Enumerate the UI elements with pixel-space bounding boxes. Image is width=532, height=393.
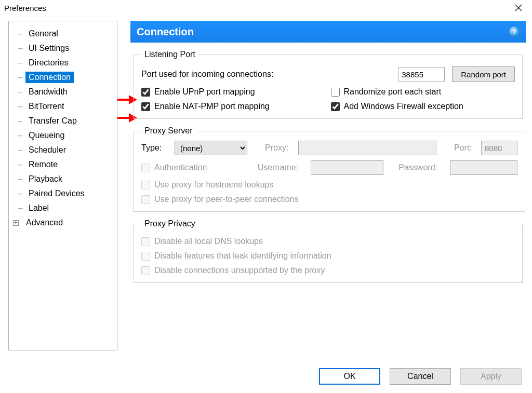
titlebar: Preferences bbox=[0, 0, 532, 16]
firewall-checkbox[interactable] bbox=[331, 102, 340, 111]
proxy-username-label: Username: bbox=[249, 163, 298, 172]
ok-button[interactable]: OK bbox=[319, 368, 380, 385]
privacy-dns-checkbox bbox=[141, 237, 150, 246]
proxy-password-input bbox=[450, 160, 517, 175]
sidebar-item-general[interactable]: ·····General bbox=[9, 26, 117, 41]
settings-panel: Connection ? Listening Port Port used fo… bbox=[130, 21, 526, 350]
proxy-host-label: Proxy: bbox=[265, 143, 294, 153]
proxy-auth-checkbox-label: Authentication bbox=[141, 163, 245, 172]
proxy-server-legend: Proxy Server bbox=[141, 126, 195, 135]
incoming-port-label: Port used for incoming connections: bbox=[141, 70, 398, 79]
sidebar-item-directories[interactable]: ·····Directories bbox=[9, 56, 117, 70]
natpmp-checkbox-label[interactable]: Enable NAT-PMP port mapping bbox=[141, 102, 326, 111]
proxy-hostname-checkbox bbox=[141, 181, 150, 189]
panel-title: Connection bbox=[137, 26, 194, 38]
proxy-server-group: Proxy Server Type: (none) Proxy: Port: bbox=[134, 126, 525, 212]
privacy-unsupported-checkbox-label: Disable connections unsupported by the p… bbox=[141, 266, 515, 275]
privacy-leak-checkbox bbox=[141, 252, 150, 261]
proxy-port-label: Port: bbox=[454, 143, 477, 153]
proxy-privacy-group: Proxy Privacy Disable all local DNS look… bbox=[134, 219, 523, 283]
sidebar-item-bittorrent[interactable]: ·····BitTorrent bbox=[9, 99, 117, 114]
sidebar-item-connection[interactable]: ·····Connection bbox=[9, 70, 117, 85]
sidebar-item-ui-settings[interactable]: ·····UI Settings bbox=[9, 41, 117, 56]
sidebar-item-queueing[interactable]: ·····Queueing bbox=[9, 128, 117, 143]
proxy-type-label: Type: bbox=[141, 143, 170, 153]
sidebar-item-transfer-cap[interactable]: ·····Transfer Cap bbox=[9, 114, 117, 128]
privacy-leak-checkbox-label: Disable features that leak identifying i… bbox=[141, 251, 515, 261]
proxy-host-input bbox=[298, 141, 436, 155]
privacy-dns-checkbox-label: Disable all local DNS lookups bbox=[141, 237, 515, 246]
proxy-p2p-checkbox-label: Use proxy for peer-to-peer connections bbox=[141, 195, 517, 204]
listening-port-legend: Listening Port bbox=[141, 50, 198, 59]
sidebar-item-scheduler[interactable]: ·····Scheduler bbox=[9, 143, 117, 157]
incoming-port-input[interactable] bbox=[398, 67, 445, 82]
proxy-auth-checkbox bbox=[141, 164, 150, 172]
window-title: Preferences bbox=[4, 4, 46, 12]
category-tree: ·····General ·····UI Settings ·····Direc… bbox=[8, 21, 117, 350]
proxy-type-select[interactable]: (none) bbox=[175, 141, 247, 155]
proxy-password-label: Password: bbox=[392, 163, 437, 172]
sidebar-item-advanced[interactable]: +Advanced bbox=[9, 215, 117, 230]
apply-button: Apply bbox=[460, 368, 522, 385]
randomize-port-checkbox-label[interactable]: Randomize port each start bbox=[331, 87, 515, 97]
listening-port-group: Listening Port Port used for incoming co… bbox=[134, 50, 523, 119]
sidebar-item-label[interactable]: ·····Label bbox=[9, 201, 117, 215]
proxy-p2p-checkbox bbox=[141, 195, 150, 204]
proxy-username-input bbox=[311, 160, 383, 175]
proxy-port-input bbox=[481, 141, 517, 155]
help-icon[interactable]: ? bbox=[509, 26, 520, 37]
preferences-window: Preferences ·····General ·····UI Setting… bbox=[0, 0, 532, 393]
cancel-button[interactable]: Cancel bbox=[390, 368, 451, 385]
sidebar-item-bandwidth[interactable]: ·····Bandwidth bbox=[9, 85, 117, 99]
close-icon[interactable] bbox=[507, 1, 530, 15]
sidebar-item-remote[interactable]: ·····Remote bbox=[9, 157, 117, 172]
randomize-port-checkbox[interactable] bbox=[331, 88, 340, 97]
upnp-checkbox[interactable] bbox=[141, 88, 150, 97]
proxy-hostname-checkbox-label: Use proxy for hostname lookups bbox=[141, 180, 517, 189]
privacy-unsupported-checkbox bbox=[141, 266, 150, 275]
proxy-privacy-legend: Proxy Privacy bbox=[141, 219, 198, 228]
upnp-checkbox-label[interactable]: Enable UPnP port mapping bbox=[141, 87, 326, 97]
sidebar-item-paired-devices[interactable]: ·····Paired Devices bbox=[9, 186, 117, 201]
firewall-checkbox-label[interactable]: Add Windows Firewall exception bbox=[331, 102, 515, 111]
panel-header: Connection ? bbox=[130, 21, 526, 43]
expand-icon[interactable]: + bbox=[13, 220, 19, 226]
random-port-button[interactable]: Random port bbox=[452, 66, 515, 82]
natpmp-checkbox[interactable] bbox=[141, 102, 150, 111]
dialog-buttons: OK Cancel Apply bbox=[319, 368, 522, 385]
sidebar-item-playback[interactable]: ·····Playback bbox=[9, 172, 117, 186]
